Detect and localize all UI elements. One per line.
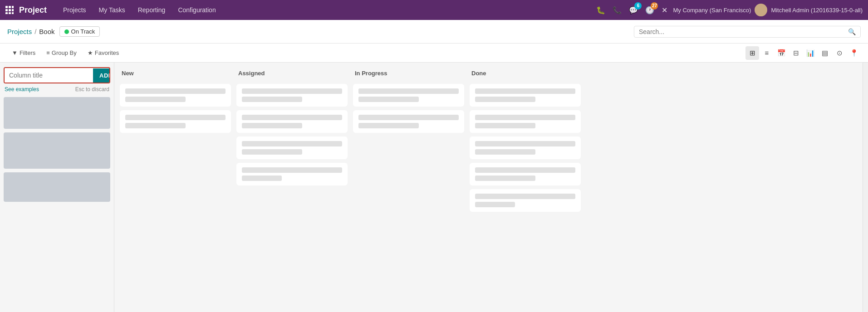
main-content: ADD See examples Esc to discard New Assi…: [0, 63, 868, 312]
star-icon: ★: [88, 49, 93, 56]
status-badge[interactable]: On Track: [59, 26, 100, 37]
see-examples-link[interactable]: See examples: [5, 86, 39, 93]
toolbar-left: ▼ Filters ≡ Group By ★ Favorites: [7, 47, 123, 58]
search-bar: 🔍: [634, 26, 861, 38]
skel-line: [475, 97, 535, 102]
search-input-wrap: 🔍: [634, 26, 861, 38]
grid-menu-icon[interactable]: [5, 6, 14, 14]
svg-rect-8: [12, 12, 14, 14]
status-label: On Track: [71, 28, 95, 35]
top-nav: Project Projects My Tasks Reporting Conf…: [0, 0, 868, 20]
skel-line: [475, 149, 535, 155]
filter-icon: ▼: [12, 49, 18, 56]
kanban-col-inprogress-header: In Progress: [353, 68, 464, 80]
skel-line: [475, 115, 575, 120]
svg-rect-0: [5, 6, 8, 8]
nav-projects[interactable]: Projects: [58, 4, 92, 16]
chat-badge: 6: [634, 2, 642, 10]
app-title: Project: [19, 5, 47, 15]
skeleton-card: [236, 136, 348, 159]
svg-point-9: [758, 6, 764, 11]
placeholder-card-2: [4, 132, 110, 169]
svg-rect-7: [9, 12, 11, 14]
kanban-col-assigned-header: Assigned: [236, 68, 348, 80]
kanban-view-button[interactable]: ⊞: [745, 46, 759, 60]
favorites-button[interactable]: ★ Favorites: [83, 47, 123, 58]
groupby-button[interactable]: ≡ Group By: [42, 47, 81, 58]
list-view-button[interactable]: ≡: [760, 46, 774, 60]
skel-line: [242, 141, 342, 146]
placeholder-card-3: [4, 172, 110, 202]
column-title-input-wrap: ADD: [4, 67, 110, 83]
skel-line: [125, 123, 186, 128]
add-column-button[interactable]: ADD: [93, 68, 110, 83]
skeleton-card: [470, 189, 581, 212]
groupby-label: Group By: [52, 49, 77, 56]
kanban-area: New Assigned: [114, 63, 863, 312]
view-icons: ⊞ ≡ 📅 ⊟ 📊 ▤ ⊙ 📍: [745, 46, 861, 60]
user-label: Mitchell Admin (12016339-15-0-all): [771, 7, 863, 14]
skeleton-card: [470, 163, 581, 185]
svg-point-10: [756, 12, 765, 16]
new-column-panel: ADD See examples Esc to discard: [0, 63, 114, 312]
skel-line: [242, 123, 302, 128]
skeleton-card: [236, 110, 348, 133]
svg-rect-5: [12, 9, 14, 11]
skeleton-card: [120, 110, 231, 133]
nav-reporting[interactable]: Reporting: [132, 4, 171, 16]
company-label: My Company (San Francisco): [673, 7, 751, 14]
svg-rect-1: [9, 6, 11, 8]
nav-configuration[interactable]: Configuration: [172, 4, 221, 16]
table-view-button[interactable]: ⊟: [789, 46, 803, 60]
breadcrumb-sep: /: [34, 28, 36, 35]
svg-rect-3: [5, 9, 8, 11]
right-scrollbar[interactable]: [863, 63, 868, 312]
phone-icon[interactable]: 📞: [611, 4, 623, 16]
clock-icon-wrap[interactable]: 🕐 27: [643, 4, 656, 16]
toolbar: ▼ Filters ≡ Group By ★ Favorites ⊞ ≡ 📅 ⊟…: [0, 44, 868, 63]
chart-view-button[interactable]: 📊: [804, 46, 817, 60]
map-view-button[interactable]: 📍: [847, 46, 861, 60]
skel-line: [358, 97, 419, 102]
discard-hint: Esc to discard: [75, 86, 109, 93]
skel-line: [475, 123, 535, 128]
skel-line: [242, 88, 342, 94]
kanban-col-new: New: [120, 68, 231, 307]
nav-my-tasks[interactable]: My Tasks: [93, 4, 131, 16]
skel-line: [358, 88, 459, 94]
search-icon[interactable]: 🔍: [848, 28, 856, 35]
column-title-input[interactable]: [5, 68, 93, 83]
skeleton-card: [353, 110, 464, 133]
kanban-col-new-header: New: [120, 68, 231, 80]
skel-line: [125, 88, 226, 94]
gantt-view-button[interactable]: ⊙: [833, 46, 846, 60]
bug-icon[interactable]: 🐛: [594, 4, 607, 16]
skel-line: [475, 194, 575, 199]
skel-line: [475, 167, 575, 173]
filters-button[interactable]: ▼ Filters: [7, 47, 40, 58]
skel-line: [358, 123, 419, 128]
skel-line: [475, 202, 515, 207]
skel-line: [242, 97, 302, 102]
timeline-view-button[interactable]: ▤: [818, 46, 832, 60]
svg-rect-4: [9, 9, 11, 11]
skel-line: [475, 141, 575, 146]
kanban-col-done: Done: [470, 68, 581, 307]
breadcrumb-parent[interactable]: Projects: [7, 28, 32, 35]
secondary-bar: Projects / Book On Track 🔍: [0, 20, 868, 44]
breadcrumb-current: Book: [39, 28, 54, 35]
skel-line: [242, 149, 302, 155]
calendar-view-button[interactable]: 📅: [775, 46, 788, 60]
chat-icon-wrap[interactable]: 💬 6: [627, 4, 640, 16]
skel-line: [475, 176, 535, 181]
skeleton-card: [470, 110, 581, 133]
skel-line: [242, 115, 342, 120]
close-icon[interactable]: ✕: [660, 4, 669, 16]
nav-links: Projects My Tasks Reporting Configuratio…: [58, 4, 594, 16]
kanban-col-inprogress: In Progress: [353, 68, 464, 307]
skel-line: [125, 115, 226, 120]
nav-right: 🐛 📞 💬 6 🕐 27 ✕ My Company (San Francisco…: [594, 4, 863, 16]
skeleton-card: [236, 84, 348, 107]
groupby-icon: ≡: [46, 49, 50, 56]
search-input[interactable]: [639, 28, 848, 35]
